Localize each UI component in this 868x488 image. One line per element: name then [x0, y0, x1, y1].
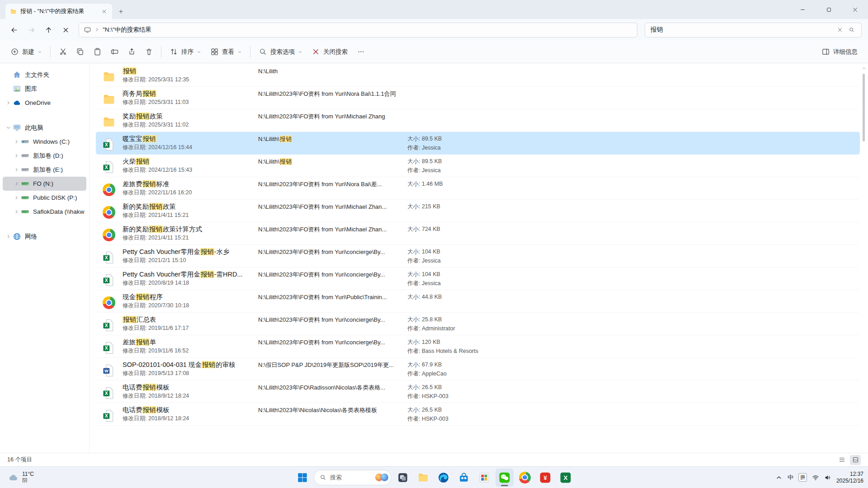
- close-search-button[interactable]: 关闭搜索: [307, 44, 352, 59]
- up-button[interactable]: [41, 22, 56, 38]
- scrollbar-thumb[interactable]: [863, 74, 865, 141]
- start-button[interactable]: [293, 469, 311, 487]
- close-button[interactable]: [842, 0, 868, 19]
- copy-button[interactable]: [72, 44, 88, 60]
- search-icon[interactable]: [846, 24, 858, 36]
- chevron-right-icon[interactable]: [13, 208, 20, 216]
- taskbar-app-wechat[interactable]: [495, 469, 514, 487]
- chevron-right-icon[interactable]: [13, 152, 20, 160]
- file-row[interactable]: 奖励报销政策修改日期: 2025/3/31 11:02N:\Lilith\202…: [96, 109, 860, 132]
- search-input[interactable]: 报销: [651, 26, 834, 34]
- sort-button[interactable]: 排序: [165, 44, 205, 59]
- search-highlight-icon[interactable]: [375, 474, 388, 481]
- taskbar-app-file-explorer[interactable]: [414, 469, 432, 487]
- paste-button[interactable]: [89, 44, 105, 60]
- breadcrumb[interactable]: "N:\"中的搜索结果: [103, 26, 151, 34]
- minimize-button[interactable]: [789, 0, 816, 19]
- excel-file-icon: X: [101, 340, 117, 356]
- tray-chevron-up-icon[interactable]: [775, 474, 783, 481]
- new-button[interactable]: 新建: [6, 44, 46, 59]
- file-row[interactable]: X报销汇总表修改日期: 2019/11/6 17:17N:\Lilith\202…: [96, 313, 860, 335]
- file-name: 报销: [123, 67, 258, 75]
- explorer-tab[interactable]: 报销 - "N:\"中的搜索结果: [5, 4, 112, 19]
- view-button[interactable]: 查看: [206, 44, 246, 59]
- delete-button[interactable]: [141, 44, 157, 60]
- taskbar-search[interactable]: 搜索: [314, 470, 392, 485]
- file-row[interactable]: X电话费报销模板修改日期: 2018/9/12 18:24N:\Lilith\2…: [96, 403, 860, 426]
- chevron-right-icon[interactable]: [13, 194, 20, 202]
- clear-search-icon[interactable]: [834, 24, 846, 36]
- maximize-button[interactable]: [816, 0, 842, 19]
- sidebar-item-fo-n-[interactable]: FO (N:): [3, 177, 86, 191]
- taskbar-app-tiles-app[interactable]: [475, 469, 493, 487]
- rename-button[interactable]: [106, 44, 123, 60]
- file-row[interactable]: XPetty Cash Voucher零用金报销-水乡修改日期: 2021/2/…: [96, 245, 860, 267]
- taskbar-app-excel[interactable]: X: [557, 469, 575, 487]
- new-tab-button[interactable]: [114, 5, 127, 18]
- chevron-down-icon: [197, 50, 201, 54]
- taskbar-app-pay-app[interactable]: ¥: [536, 469, 554, 487]
- details-view-toggle[interactable]: [836, 455, 847, 465]
- sidebar-item-此电脑[interactable]: 此电脑: [3, 121, 86, 135]
- file-row[interactable]: 新的奖励报销政策修改日期: 2021/4/11 15:21N:\Lilith\2…: [96, 200, 860, 222]
- plus-circle-icon: [10, 47, 19, 56]
- stop-refresh-button[interactable]: [58, 22, 73, 38]
- sidebar-item-图库[interactable]: 图库: [3, 82, 86, 96]
- sidebar-item-新加卷-d-[interactable]: 新加卷 (D:): [3, 149, 86, 163]
- sidebar-item-public-disk-p-[interactable]: Public DISK (P:): [3, 191, 86, 205]
- taskbar-app-store[interactable]: [455, 469, 473, 487]
- cut-button[interactable]: [55, 44, 71, 60]
- sidebar-item-主文件夹[interactable]: 主文件夹: [3, 68, 86, 82]
- ime-mode-badge[interactable]: 拼: [798, 473, 807, 482]
- details-pane-button[interactable]: 详细信息: [817, 44, 862, 59]
- file-row[interactable]: WSOP-020101-004-031 现金报销的审核修改日期: 2019/5/…: [96, 358, 860, 380]
- chevron-down-icon[interactable]: [5, 124, 12, 131]
- ime-language-indicator[interactable]: 中: [788, 474, 793, 482]
- network-icon[interactable]: [812, 474, 819, 481]
- forward-button[interactable]: [24, 22, 39, 38]
- scroll-up-icon[interactable]: [862, 64, 866, 72]
- chevron-right-icon[interactable]: [13, 166, 20, 174]
- magnifier-icon: [259, 47, 267, 56]
- file-row[interactable]: X电话费报销模板修改日期: 2018/9/12 18:24N:\Lilith\2…: [96, 380, 860, 403]
- scrollbar[interactable]: [861, 64, 867, 452]
- sidebar-item-windows-c-[interactable]: Windows (C:): [3, 135, 86, 149]
- sidebar-item-网络[interactable]: 网络: [3, 230, 86, 244]
- gallery-icon: [13, 84, 21, 93]
- more-options-button[interactable]: [353, 44, 369, 60]
- sidebar-item-新加卷-e-[interactable]: 新加卷 (E:): [3, 163, 86, 177]
- file-row[interactable]: 现金报销程序修改日期: 2020/7/30 10:18N:\Lilith\202…: [96, 290, 860, 313]
- search-box[interactable]: 报销: [645, 23, 862, 38]
- taskbar-app-task-view[interactable]: [394, 469, 412, 487]
- volume-icon[interactable]: [824, 474, 831, 481]
- file-author: 作者: Jessica: [407, 144, 856, 152]
- folder-file-icon: [101, 69, 117, 84]
- tab-close-icon[interactable]: [99, 7, 108, 16]
- chevron-right-icon[interactable]: [13, 180, 20, 188]
- weather-widget[interactable]: 11°C 阴: [5, 467, 38, 488]
- large-icons-view-toggle[interactable]: [850, 455, 861, 465]
- folder-file-icon: [101, 114, 117, 130]
- share-button[interactable]: [123, 44, 140, 60]
- file-row[interactable]: XPetty Cash Voucher零用金报销-需HRD...修改日期: 20…: [96, 267, 860, 290]
- back-button[interactable]: [6, 22, 22, 38]
- taskbar-clock[interactable]: 12:37 2025/12/16: [836, 471, 863, 484]
- file-row[interactable]: X差旅报销单修改日期: 2019/11/6 16:52N:\Lilith\202…: [96, 335, 860, 358]
- chevron-right-icon[interactable]: [13, 138, 20, 145]
- address-bar[interactable]: "N:\"中的搜索结果: [79, 23, 637, 38]
- file-row[interactable]: 新的奖励报销政策计算方式修改日期: 2021/4/11 15:21N:\Lili…: [96, 222, 860, 245]
- search-options-button[interactable]: 搜索选项: [255, 44, 307, 59]
- taskbar-app-chrome[interactable]: [516, 469, 534, 487]
- chevron-right-icon[interactable]: [5, 99, 12, 107]
- file-modified-date: 修改日期: 2024/12/16 15:43: [123, 167, 258, 174]
- file-name: Petty Cash Voucher零用金报销-水乡: [123, 248, 258, 256]
- file-row[interactable]: X火柴报销修改日期: 2024/12/16 15:43N:\Lilith\报销大…: [96, 155, 860, 177]
- file-row[interactable]: 商务局报销修改日期: 2025/3/31 11:03N:\Lilith\2023…: [96, 87, 860, 109]
- sidebar-item-onedrive[interactable]: OneDrive: [3, 96, 86, 110]
- file-row[interactable]: X暖宝宝报销修改日期: 2024/12/16 15:44N:\Lilith\报销…: [96, 132, 860, 155]
- sidebar-item-saflokdata-hakwe[interactable]: SaflokData (\\hakwe: [3, 205, 86, 219]
- taskbar-app-edge[interactable]: [434, 469, 453, 487]
- file-row[interactable]: 报销修改日期: 2025/3/31 12:35N:\Lilith: [96, 64, 860, 87]
- chevron-right-icon[interactable]: [5, 233, 12, 240]
- file-row[interactable]: 差旅费报销标准修改日期: 2022/11/16 16:20N:\Lilith\2…: [96, 177, 860, 200]
